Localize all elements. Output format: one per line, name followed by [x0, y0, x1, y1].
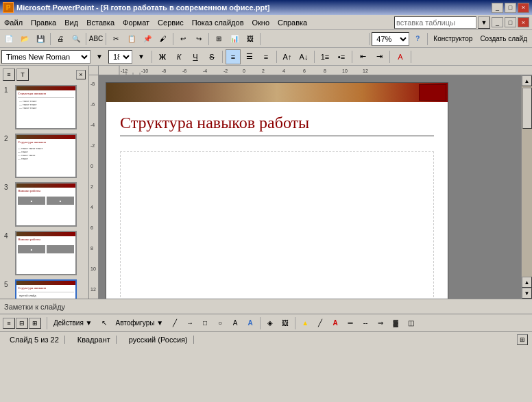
slide-main[interactable]: Структура навыков работы	[106, 82, 448, 299]
menu-file[interactable]: Файл	[0, 17, 27, 28]
save-button[interactable]: 💾	[33, 32, 48, 47]
menu-help[interactable]: Справка	[274, 17, 311, 28]
line-button[interactable]: ╱	[168, 316, 182, 330]
menu-slideshow[interactable]: Показ слайдов	[188, 17, 248, 28]
slide-item-4[interactable]: 4 Навыки работы ■	[3, 229, 86, 277]
slide-item-2[interactable]: 2 Структура навыков — текст текст текст—…	[3, 132, 86, 179]
search-input[interactable]	[394, 16, 476, 29]
bullets-button[interactable]: •≡	[334, 49, 349, 64]
menu-insert[interactable]: Вставка	[82, 17, 119, 28]
increase-font-button[interactable]: A↑	[280, 49, 295, 64]
maximize-button[interactable]: □	[505, 3, 516, 13]
scroll-thumb[interactable]	[522, 88, 532, 129]
status-icon[interactable]: ⊞	[517, 334, 528, 345]
strikethrough-button[interactable]: S	[204, 49, 219, 64]
menu-format[interactable]: Формат	[119, 17, 154, 28]
shadow-button[interactable]: ▓	[389, 316, 402, 330]
line-color-button[interactable]: ╱	[313, 316, 327, 330]
line-style-button[interactable]: ═	[343, 316, 357, 330]
cursor-button[interactable]: ↖	[97, 316, 111, 330]
scroll-down-button-1[interactable]: ▲	[522, 277, 532, 288]
font-color-button[interactable]: A	[393, 49, 408, 64]
zoom-select[interactable]: 47%	[372, 32, 409, 46]
search-button[interactable]: ▼	[478, 16, 490, 29]
slide-thumb-4[interactable]: Навыки работы ■	[15, 231, 77, 275]
undo-button[interactable]: ↩	[176, 32, 191, 47]
3d-button[interactable]: ◫	[404, 316, 418, 330]
menu-view[interactable]: Вид	[60, 17, 82, 28]
format-painter[interactable]: 🖌	[156, 32, 171, 47]
decrease-font-button[interactable]: A↓	[296, 49, 311, 64]
slide-thumb-1[interactable]: Структура навыков — текст текст— текст т…	[15, 85, 77, 129]
increase-indent-button[interactable]: ⇥	[372, 49, 387, 64]
slides-tab[interactable]: ≡	[3, 68, 15, 81]
font-name-select[interactable]: Times New Roman	[1, 50, 90, 64]
print-button[interactable]: 🖨	[53, 32, 68, 47]
rect-button[interactable]: □	[198, 316, 212, 330]
minimize-button[interactable]: _	[492, 3, 503, 13]
slide-item-3[interactable]: 3 Навыки работы ■ ■	[3, 181, 86, 228]
spell-button[interactable]: ABC	[88, 32, 104, 47]
slide-sorter-button[interactable]: ⊞	[29, 318, 41, 329]
diagram-button[interactable]: ◈	[263, 316, 277, 330]
font-color-button-btm[interactable]: A	[328, 316, 342, 330]
wordart-button[interactable]: A	[243, 316, 257, 330]
create-slide-button[interactable]: Создать слайд	[476, 32, 531, 47]
cut-button[interactable]: ✂	[108, 32, 123, 47]
scroll-down-button-2[interactable]: ▼	[522, 288, 532, 299]
close-button[interactable]: ×	[518, 3, 529, 13]
help-button[interactable]: ?	[410, 32, 425, 47]
fmt-sep4	[314, 51, 315, 63]
autoshapes-button[interactable]: Автофигуры ▼	[112, 316, 167, 330]
numbering-button[interactable]: 1≡	[317, 49, 332, 64]
clip-art-button[interactable]: 🖼	[278, 316, 292, 330]
main-content: ≡ T × 1 Структура навыков — текст текст—…	[0, 66, 532, 299]
menu-minimize-button[interactable]: _	[492, 17, 503, 27]
paste-button[interactable]: 📌	[140, 32, 155, 47]
outline-view-button[interactable]: ⊟	[16, 318, 28, 329]
scroll-track[interactable]	[522, 86, 532, 277]
textbox-button[interactable]: A	[228, 316, 242, 330]
copy-button[interactable]: 📋	[124, 32, 139, 47]
menu-window[interactable]: Окно	[248, 17, 274, 28]
slide-thumb-2[interactable]: Структура навыков — текст текст текст— т…	[15, 134, 77, 178]
panel-close-button[interactable]: ×	[76, 70, 86, 79]
oval-button[interactable]: ○	[213, 316, 227, 330]
align-left-button[interactable]: ≡	[226, 49, 241, 64]
normal-view-button[interactable]: ≡	[3, 318, 15, 329]
insert-chart[interactable]: 📊	[227, 32, 242, 47]
underline-button[interactable]: Ч	[188, 49, 203, 64]
decrease-indent-button[interactable]: ⇤	[355, 49, 370, 64]
slide-content-area[interactable]	[120, 151, 434, 299]
insert-table[interactable]: ⊞	[211, 32, 226, 47]
slide-thumb-5[interactable]: Структура навыков пустой слайд 1	[15, 279, 77, 299]
slide-item-5[interactable]: 5 Структура навыков пустой слайд 1	[3, 278, 86, 299]
structure-tab[interactable]: T	[16, 68, 29, 81]
menu-restore-button[interactable]: □	[505, 17, 516, 27]
konstruktor-button[interactable]: Конструктор	[430, 32, 476, 47]
redo-button[interactable]: ↪	[191, 32, 206, 47]
font-size-select[interactable]: 18	[108, 50, 132, 64]
arrow-style-button[interactable]: ⇒	[374, 316, 387, 330]
menu-service[interactable]: Сервис	[154, 17, 188, 28]
align-right-button[interactable]: ≡	[258, 49, 274, 64]
preview-button[interactable]: 🔍	[69, 32, 84, 47]
font-size-dropdown[interactable]: ▼	[134, 49, 149, 64]
font-name-dropdown[interactable]: ▼	[92, 49, 107, 64]
dash-style-button[interactable]: --	[359, 316, 372, 330]
scroll-up-button[interactable]: ▲	[522, 75, 532, 86]
arrow-button[interactable]: →	[183, 316, 197, 330]
slide-item-1[interactable]: 1 Структура навыков — текст текст— текст…	[3, 84, 86, 131]
menu-edit[interactable]: Правка	[27, 17, 60, 28]
slide-thumb-3[interactable]: Навыки работы ■ ■	[15, 182, 77, 227]
open-button[interactable]: 📂	[17, 32, 32, 47]
menu-close-button[interactable]: ×	[518, 17, 529, 27]
fill-color-button[interactable]: ▲	[298, 316, 312, 330]
align-center-button[interactable]: ☰	[242, 49, 257, 64]
new-button[interactable]: 📄	[1, 32, 16, 47]
svg-text:-6: -6	[182, 68, 186, 73]
bold-button[interactable]: Ж	[155, 49, 170, 64]
actions-button[interactable]: Действия ▼	[50, 316, 96, 330]
italic-button[interactable]: К	[171, 49, 186, 64]
insert-clip[interactable]: 🖼	[243, 32, 258, 47]
